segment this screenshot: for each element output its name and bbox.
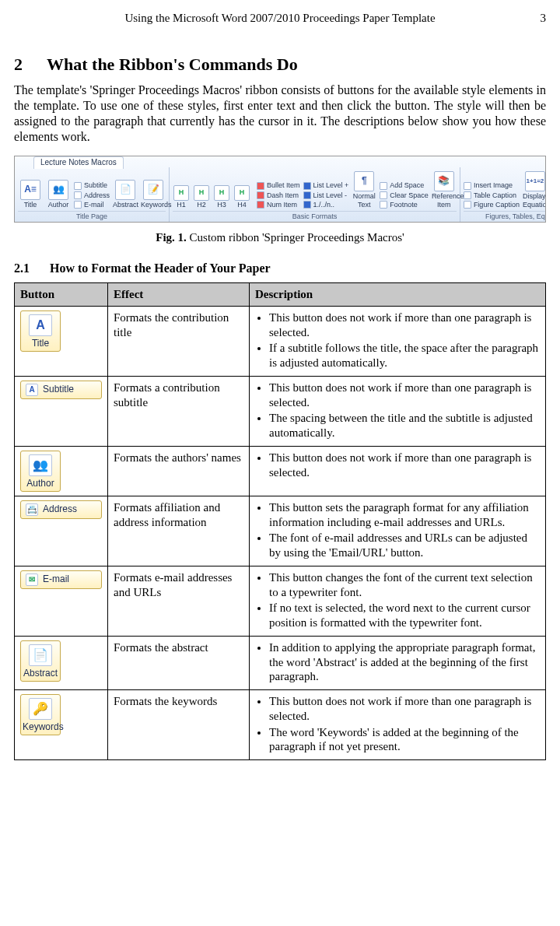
ribbon-btn-abstract: 📄Abstract <box>113 180 138 209</box>
description-list: This button does not work if more than o… <box>255 381 540 440</box>
cell-button: 📇Address <box>15 496 108 566</box>
button-glyph-icon: A <box>26 384 38 396</box>
button-glyph-icon: 📄 <box>29 644 52 666</box>
cell-effect: Formats a contribution subtitle <box>108 376 250 446</box>
table-row: 📇AddressFormats affiliation and address … <box>15 496 546 566</box>
section-heading: 2What the Ribbon's Commands Do <box>14 54 546 75</box>
subsection-number: 2.1 <box>14 261 50 276</box>
toolbar-button-icon: 📄Abstract <box>20 640 61 682</box>
cell-description: This button sets the paragraph format fo… <box>250 496 546 566</box>
ribbon-btn-h1: HH1 <box>173 185 190 209</box>
description-item: The font of e-mail addresses and URLs ca… <box>269 531 540 560</box>
cell-effect: Formats the authors' names <box>108 446 250 496</box>
button-icon-label: E-mail <box>43 573 69 585</box>
ribbon-btn-normal: ¶Normal Text <box>352 171 376 210</box>
cell-effect: Formats the keywords <box>108 690 250 760</box>
ribbon-screenshot: Lecture Notes Macros A≡Title 👥Author Sub… <box>14 156 546 223</box>
cell-description: In addition to applying the appropriate … <box>250 636 546 689</box>
ribbon-btn-keywords: 📝Keywords <box>141 180 166 209</box>
description-item: This button sets the paragraph format fo… <box>269 500 540 530</box>
button-icon-label: Keywords <box>23 721 64 732</box>
ribbon-btn-title: A≡Title <box>18 180 43 209</box>
description-item: The word 'Keywords' is added at the begi… <box>269 725 540 755</box>
description-item: The spacing between the title and the su… <box>269 411 540 440</box>
table-header-row: Button Effect Description <box>15 283 546 307</box>
section-paragraph: The template's 'Springer Proceedings Mac… <box>14 82 546 145</box>
description-list: This button changes the font of the curr… <box>255 570 540 630</box>
toolbar-button-icon: 📇Address <box>20 500 102 519</box>
cell-button: 👥Author <box>15 446 108 496</box>
section-number: 2 <box>14 54 47 75</box>
col-description: Description <box>250 283 546 307</box>
button-glyph-icon: ✉ <box>26 573 38 586</box>
cell-button: 📄Abstract <box>15 636 108 689</box>
col-button: Button <box>15 283 108 307</box>
table-row: ATitleFormats the contribution titleThis… <box>15 306 546 376</box>
toolbar-button-icon: ✉E-mail <box>20 570 102 589</box>
button-glyph-icon: 👥 <box>29 454 52 476</box>
ribbon-group-basicformats: HH1 HH2 HH3 HH4 Bullet Item Dash Item Nu… <box>170 167 460 222</box>
subsection-heading: 2.1How to Format the Header of Your Pape… <box>14 261 546 276</box>
description-list: This button sets the paragraph format fo… <box>255 500 540 560</box>
toolbar-button-icon: 👥Author <box>20 451 61 492</box>
cell-button: ✉E-mail <box>15 566 108 636</box>
col-effect: Effect <box>108 283 250 307</box>
cell-effect: Formats the contribution title <box>108 306 250 376</box>
description-list: In addition to applying the appropriate … <box>255 640 540 684</box>
toolbar-button-icon: ASubtitle <box>20 381 102 399</box>
ribbon-figtab-stack: Insert Image Table Caption Figure Captio… <box>464 181 520 209</box>
description-item: This button changes the font of the curr… <box>269 570 540 600</box>
ribbon-btn-h4: HH4 <box>233 185 250 209</box>
figure-caption-text: Custom ribbon 'Springer Proceedings Macr… <box>190 231 404 244</box>
table-row: 📄AbstractFormats the abstractIn addition… <box>15 636 546 689</box>
ribbon-btn-dispeq: 1+1=2Displayed Equation <box>523 171 546 210</box>
section-title: What the Ribbon's Commands Do <box>47 54 298 74</box>
button-icon-label: Author <box>26 478 54 489</box>
description-list: This button does not work if more than o… <box>255 310 540 370</box>
ribbon-list-stack: Bullet Item Dash Item Num Item <box>257 181 300 209</box>
ribbon-mini-stack-1: Subtitle Address E-mail <box>74 181 110 209</box>
description-item: This button does not work if more than o… <box>269 451 540 480</box>
toolbar-button-icon: ATitle <box>20 310 61 352</box>
ribbon-btn-h3: HH3 <box>213 185 230 209</box>
toolbar-button-icon: 🔑Keywords <box>20 694 61 735</box>
button-glyph-icon: 📇 <box>26 503 38 516</box>
description-item: If no text is selected, the word next to… <box>269 601 540 630</box>
cell-button: 🔑Keywords <box>15 690 108 760</box>
description-item: This button does not work if more than o… <box>269 694 540 724</box>
cell-button: ASubtitle <box>15 376 108 446</box>
button-icon-label: Title <box>32 338 49 349</box>
ribbon-listlevel-stack: List Level + List Level - 1./../n.. <box>303 181 349 209</box>
button-glyph-icon: A <box>29 314 52 336</box>
cell-effect: Formats the abstract <box>108 636 250 689</box>
running-header: Using the Microsoft Word 2007/2010 Proce… <box>14 11 546 26</box>
table-row: ✉E-mailFormats e-mail addresses and URLs… <box>15 566 546 636</box>
description-item: This button does not work if more than o… <box>269 310 540 340</box>
cell-description: This button does not work if more than o… <box>250 376 546 446</box>
button-icon-label: Abstract <box>23 668 58 679</box>
description-list: This button does not work if more than o… <box>255 694 540 754</box>
table-row: ASubtitleFormats a contribution subtitle… <box>15 376 546 446</box>
description-item: If a subtitle follows the title, the spa… <box>269 341 540 370</box>
description-list: This button does not work if more than o… <box>255 451 540 480</box>
cell-description: This button does not work if more than o… <box>250 446 546 496</box>
button-icon-label: Subtitle <box>43 384 74 395</box>
description-item: In addition to applying the appropriate … <box>269 640 540 684</box>
ribbon-btn-h2: HH2 <box>193 185 210 209</box>
button-glyph-icon: 🔑 <box>29 698 52 720</box>
button-icon-label: Address <box>43 503 77 515</box>
cell-description: This button does not work if more than o… <box>250 306 546 376</box>
cell-button: ATitle <box>15 306 108 376</box>
ribbon-btn-reference: 📚Reference Item <box>432 171 457 210</box>
page-number: 3 <box>541 11 547 26</box>
ribbon-btn-author: 👥Author <box>46 180 71 209</box>
cell-effect: Formats e-mail addresses and URLs <box>108 566 250 636</box>
table-row: 🔑KeywordsFormats the keywordsThis button… <box>15 690 546 760</box>
cell-description: This button changes the font of the curr… <box>250 566 546 636</box>
format-table: Button Effect Description ATitleFormats … <box>14 282 546 760</box>
ribbon-group-figtables: Insert Image Table Caption Figure Captio… <box>460 167 546 222</box>
description-item: This button does not work if more than o… <box>269 381 540 410</box>
cell-description: This button does not work if more than o… <box>250 690 546 760</box>
figure-caption: Fig. 1. Custom ribbon 'Springer Proceedi… <box>14 230 546 245</box>
cell-effect: Formats affiliation and address informat… <box>108 496 250 566</box>
